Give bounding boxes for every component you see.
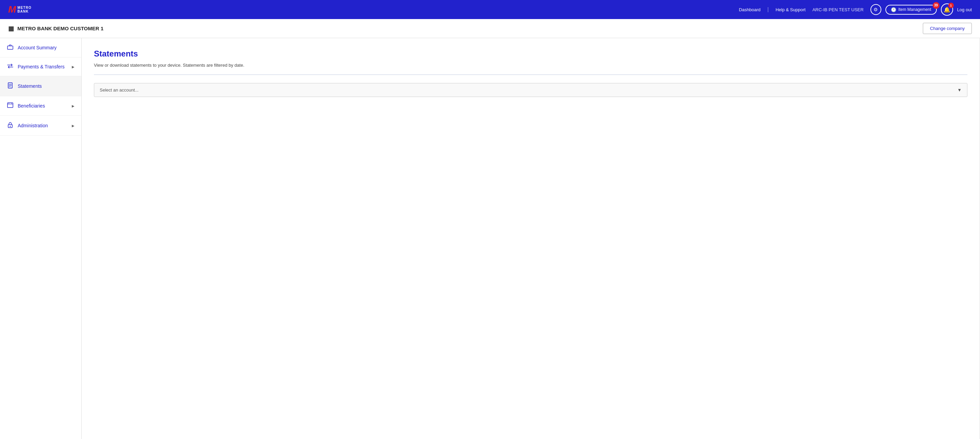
- main-content: Statements View or download statements t…: [82, 38, 980, 439]
- item-management-label: Item Management: [898, 7, 931, 12]
- company-name: ▦ METRO BANK DEMO CUSTOMER 1: [8, 25, 103, 32]
- dashboard-link[interactable]: Dashboard: [739, 7, 760, 12]
- logout-button[interactable]: Log out: [957, 7, 972, 12]
- item-management-badge: 39: [933, 2, 940, 9]
- chevron-right-icon: ▶: [72, 104, 75, 108]
- sidebar-item-account-summary[interactable]: Account Summary: [0, 38, 81, 57]
- sidebar: Account Summary Payments & Transfers ▶ S…: [0, 38, 82, 439]
- help-support-link[interactable]: Help & Support: [775, 7, 805, 12]
- notifications-button[interactable]: 🔔 1: [941, 3, 953, 16]
- logo-text: METRO BANK: [18, 6, 31, 13]
- change-company-button[interactable]: Change company: [923, 23, 972, 34]
- nav-divider: |: [767, 6, 769, 13]
- sidebar-item-label: Administration: [18, 123, 68, 128]
- sidebar-item-label: Beneficiaries: [18, 103, 68, 108]
- svg-rect-0: [8, 46, 13, 49]
- account-select-dropdown[interactable]: Select an account... ▼: [94, 83, 967, 97]
- chevron-right-icon: ▶: [72, 65, 75, 69]
- sidebar-item-payments-transfers[interactable]: Payments & Transfers ▶: [0, 57, 81, 76]
- item-management-button[interactable]: 🕐 Item Management 39: [885, 5, 937, 14]
- sidebar-item-label: Account Summary: [18, 45, 75, 50]
- page-subtitle: View or download statements to your devi…: [94, 63, 967, 68]
- account-select-placeholder: Select an account...: [100, 87, 138, 92]
- page-title: Statements: [94, 49, 967, 59]
- sidebar-item-label: Statements: [18, 83, 75, 89]
- logo-m-letter: M: [8, 5, 16, 14]
- dropdown-arrow-icon: ▼: [957, 87, 962, 92]
- header-actions: ⚙ 🕐 Item Management 39 🔔 1 Log out: [870, 3, 972, 16]
- header: M METRO BANK Dashboard | Help & Support …: [0, 0, 980, 19]
- transfers-icon: [7, 64, 14, 70]
- header-nav: Dashboard | Help & Support ARC-IB PEN TE…: [739, 3, 972, 16]
- beneficiaries-icon: [7, 102, 14, 109]
- chevron-right-icon: ▶: [72, 124, 75, 127]
- clock-icon: 🕐: [891, 7, 896, 12]
- notifications-badge: 1: [948, 3, 954, 8]
- document-icon: [7, 82, 14, 90]
- svg-rect-5: [8, 103, 13, 108]
- settings-button[interactable]: ⚙: [870, 4, 881, 15]
- main-layout: Account Summary Payments & Transfers ▶ S…: [0, 38, 980, 439]
- content-divider: [94, 75, 967, 75]
- sidebar-item-statements[interactable]: Statements: [0, 76, 81, 96]
- user-name: ARC-IB PEN TEST USER: [812, 7, 864, 12]
- sidebar-item-beneficiaries[interactable]: Beneficiaries ▶: [0, 96, 81, 116]
- logo[interactable]: M METRO BANK: [8, 5, 31, 14]
- company-icon: ▦: [8, 25, 14, 32]
- company-bar: ▦ METRO BANK DEMO CUSTOMER 1 Change comp…: [0, 19, 980, 38]
- briefcase-icon: [7, 44, 14, 51]
- gear-icon: ⚙: [873, 7, 878, 12]
- company-name-text: METRO BANK DEMO CUSTOMER 1: [18, 25, 103, 31]
- lock-icon: [7, 122, 14, 129]
- sidebar-item-administration[interactable]: Administration ▶: [0, 116, 81, 136]
- sidebar-item-label: Payments & Transfers: [18, 64, 68, 69]
- svg-point-10: [10, 126, 11, 127]
